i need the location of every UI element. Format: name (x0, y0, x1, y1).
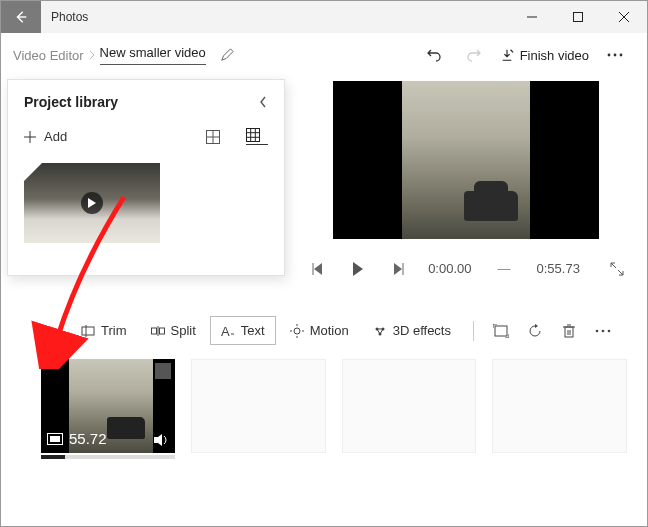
aspect-icon (47, 433, 63, 445)
svg-line-46 (380, 329, 383, 334)
storyboard-empty-slot[interactable] (191, 359, 326, 453)
grid-small-view-button[interactable] (246, 128, 268, 145)
grid-large-view-button[interactable] (206, 130, 228, 144)
split-button[interactable]: Split (141, 317, 206, 344)
svg-line-45 (377, 329, 380, 334)
trim-label: Trim (101, 323, 127, 338)
add-label: Add (44, 129, 67, 144)
3d-effects-button[interactable]: 3D effects (363, 317, 461, 344)
svg-marker-63 (154, 434, 162, 446)
storyboard-empty-slot[interactable] (342, 359, 477, 453)
library-clip-thumbnail[interactable] (24, 163, 160, 243)
svg-rect-62 (50, 436, 60, 442)
finish-video-button[interactable]: Finish video (494, 48, 595, 63)
rotate-button[interactable] (520, 324, 550, 338)
motion-label: Motion (310, 323, 349, 338)
clip-volume-button[interactable] (153, 433, 169, 447)
toolbar-more-button[interactable] (588, 329, 618, 333)
svg-point-58 (596, 329, 599, 332)
svg-rect-12 (247, 129, 260, 142)
motion-button[interactable]: Motion (280, 317, 359, 344)
edit-name-button[interactable] (220, 48, 234, 62)
total-time: 0:55.73 (537, 261, 580, 276)
clip-progress (41, 455, 175, 459)
storyboard-empty-slot[interactable] (492, 359, 627, 453)
project-name[interactable]: New smaller video (100, 45, 206, 65)
play-button[interactable] (348, 262, 368, 276)
next-frame-button[interactable] (388, 263, 408, 275)
redo-button[interactable] (454, 35, 494, 75)
app-title: Photos (51, 10, 509, 24)
time-separator: — (498, 261, 511, 276)
svg-rect-29 (82, 327, 94, 335)
svg-point-59 (602, 329, 605, 332)
svg-marker-18 (314, 263, 322, 275)
video-preview[interactable] (333, 81, 599, 239)
fullscreen-button[interactable] (610, 262, 624, 276)
maximize-button[interactable] (555, 1, 601, 33)
svg-point-5 (614, 54, 617, 57)
storyboard-clip[interactable]: 55.72 (41, 359, 175, 453)
effects-label: 3D effects (393, 323, 451, 338)
finish-video-label: Finish video (520, 48, 589, 63)
svg-text:A: A (221, 324, 230, 338)
svg-line-27 (611, 263, 616, 268)
delete-button[interactable] (554, 324, 584, 338)
add-media-button[interactable]: Add (24, 129, 67, 144)
chevron-right-icon (88, 50, 96, 60)
svg-point-6 (620, 54, 623, 57)
collapse-library-button[interactable] (258, 95, 268, 109)
undo-button[interactable] (414, 35, 454, 75)
previous-frame-button[interactable] (308, 263, 328, 275)
svg-line-28 (618, 270, 623, 275)
clip-duration: 55.72 (69, 430, 107, 447)
clip-checkbox[interactable] (155, 363, 171, 379)
text-button[interactable]: A Text (210, 316, 276, 345)
svg-marker-20 (353, 262, 363, 276)
toolbar-divider (473, 321, 474, 341)
svg-marker-52 (535, 324, 538, 328)
svg-rect-53 (565, 327, 573, 337)
split-label: Split (171, 323, 196, 338)
svg-rect-47 (495, 326, 507, 336)
svg-point-36 (294, 328, 300, 334)
breadcrumb-root[interactable]: Video Editor (13, 48, 84, 63)
project-library-panel: Project library Add (7, 79, 285, 276)
library-title: Project library (24, 94, 258, 110)
svg-marker-17 (88, 198, 96, 208)
svg-point-60 (608, 329, 611, 332)
minimize-button[interactable] (509, 1, 555, 33)
play-overlay-icon (81, 192, 103, 214)
trim-button[interactable]: Trim (71, 317, 137, 344)
svg-rect-31 (151, 328, 156, 334)
svg-marker-21 (394, 263, 402, 275)
back-button[interactable] (1, 1, 41, 33)
resize-button[interactable] (486, 324, 516, 338)
text-label: Text (241, 323, 265, 338)
svg-rect-32 (159, 328, 164, 334)
svg-rect-1 (574, 13, 583, 22)
close-button[interactable] (601, 1, 647, 33)
svg-point-4 (608, 54, 611, 57)
more-button[interactable] (595, 35, 635, 75)
current-time: 0:00.00 (428, 261, 471, 276)
